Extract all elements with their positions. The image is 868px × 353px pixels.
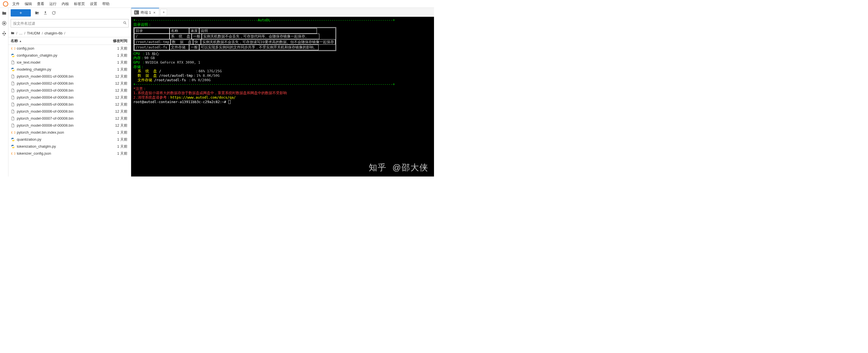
breadcrumb-seg[interactable]: …	[19, 31, 23, 35]
sort-asc-icon[interactable]: ▲	[19, 39, 22, 42]
breadcrumb-seg[interactable]: chatglm-6b	[44, 31, 62, 35]
watermark: 知乎 @邵大侠	[369, 162, 428, 173]
menu-item[interactable]: 标签页	[72, 0, 87, 7]
file-browser-sidebar: / … / THUDM / chatglm-6b / 名称 ▲ 修改时间 { }…	[8, 8, 131, 176]
folder-icon[interactable]	[11, 31, 14, 35]
file-modified: 12 天前	[98, 95, 129, 100]
breadcrumb-sep: /	[64, 31, 65, 35]
tab-bar: $_ 终端 1 × +	[131, 8, 434, 17]
file-modified: 1 天前	[98, 151, 129, 156]
extensions-icon[interactable]	[2, 31, 7, 36]
file-name: config.json	[17, 46, 98, 51]
menu-item[interactable]: 运行	[47, 0, 59, 7]
file-modified: 12 天前	[98, 116, 129, 121]
file-modified: 1 天前	[98, 60, 129, 65]
menu-item[interactable]: 编辑	[23, 0, 34, 7]
upload-icon[interactable]	[43, 11, 48, 15]
file-row[interactable]: { }config.json1 天前	[8, 45, 131, 52]
file-row[interactable]: ice_text.model1 天前	[8, 59, 131, 66]
file-name: pytorch_model-00006-of-00008.bin	[17, 109, 98, 114]
file-name: modeling_chatglm.py	[17, 67, 98, 71]
breadcrumb-sep: /	[24, 31, 26, 35]
folder-icon[interactable]	[2, 11, 7, 16]
search-icon	[123, 21, 127, 25]
breadcrumb: / … / THUDM / chatglm-6b /	[8, 29, 131, 37]
file-name: pytorch_model-00007-of-00008.bin	[17, 116, 98, 121]
file-name: tokenization_chatglm.py	[17, 144, 98, 149]
new-launcher-button[interactable]	[11, 9, 31, 17]
new-folder-icon[interactable]	[35, 11, 39, 15]
file-modified: 1 天前	[98, 137, 129, 142]
svg-point-3	[124, 22, 126, 24]
file-row[interactable]: pytorch_model-00002-of-00008.bin12 天前	[8, 80, 131, 87]
breadcrumb-sep: /	[16, 31, 18, 35]
file-modified: 12 天前	[98, 88, 129, 93]
file-list-header: 名称 ▲ 修改时间	[8, 37, 131, 45]
menu-item[interactable]: 内核	[59, 0, 71, 7]
file-name: tokenizer_config.json	[17, 151, 98, 156]
file-name: pytorch_model.bin.index.json	[17, 130, 98, 134]
running-icon[interactable]	[2, 21, 7, 26]
header-modified[interactable]: 修改时间	[100, 38, 131, 43]
menu-item[interactable]: 查看	[35, 0, 46, 7]
menu-item[interactable]: 文件	[10, 0, 22, 7]
file-row[interactable]: pytorch_model-00001-of-00008.bin12 天前	[8, 73, 131, 80]
file-modified: 1 天前	[98, 46, 129, 51]
jupyter-logo-icon	[3, 1, 8, 7]
file-name: ice_text.model	[17, 60, 98, 64]
svg-point-0	[3, 1, 8, 6]
file-name: configuration_chatglm.py	[17, 53, 98, 58]
file-name: pytorch_model-00008-of-00008.bin	[17, 123, 98, 127]
file-row[interactable]: pytorch_model-00003-of-00008.bin12 天前	[8, 87, 131, 94]
menu-item[interactable]: 设置	[88, 0, 99, 7]
close-icon[interactable]: ×	[153, 10, 156, 15]
file-row[interactable]: pytorch_model-00007-of-00008.bin12 天前	[8, 115, 131, 122]
file-modified: 1 天前	[98, 53, 129, 58]
file-modified: 1 天前	[98, 130, 129, 135]
refresh-icon[interactable]	[52, 11, 56, 15]
file-name: quantization.py	[17, 137, 98, 141]
file-row[interactable]: modeling_chatglm.py1 天前	[8, 66, 131, 73]
terminal-output[interactable]: +---------------------------------------…	[131, 17, 434, 176]
filter-input[interactable]	[11, 19, 129, 28]
file-modified: 1 天前	[98, 144, 129, 149]
breadcrumb-sep: /	[42, 31, 43, 35]
file-row[interactable]: { }tokenizer_config.json1 天前	[8, 150, 131, 157]
menu-item[interactable]: 帮助	[100, 0, 112, 7]
add-tab-button[interactable]: +	[160, 9, 167, 16]
file-row[interactable]: pytorch_model-00006-of-00008.bin12 天前	[8, 108, 131, 115]
file-name: pytorch_model-00005-of-00008.bin	[17, 102, 98, 106]
svg-text:{ }: { }	[11, 47, 15, 50]
file-modified: 12 天前	[98, 109, 129, 114]
file-name: pytorch_model-00001-of-00008.bin	[17, 74, 98, 78]
file-row[interactable]: configuration_chatglm.py1 天前	[8, 52, 131, 59]
file-row[interactable]: pytorch_model-00005-of-00008.bin12 天前	[8, 101, 131, 108]
svg-text:{ }: { }	[11, 152, 15, 155]
file-name: pytorch_model-00004-of-00008.bin	[17, 95, 98, 99]
file-row[interactable]: pytorch_model-00004-of-00008.bin12 天前	[8, 94, 131, 101]
breadcrumb-seg[interactable]: THUDM	[27, 31, 40, 35]
tab-terminal[interactable]: $_ 终端 1 ×	[131, 8, 159, 17]
file-list: { }config.json1 天前configuration_chatglm.…	[8, 45, 131, 176]
file-row[interactable]: { }pytorch_model.bin.index.json1 天前	[8, 129, 131, 136]
file-modified: 12 天前	[98, 74, 129, 79]
file-modified: 1 天前	[98, 67, 129, 72]
svg-text:{ }: { }	[11, 131, 15, 134]
terminal-icon: $_	[134, 10, 139, 14]
file-name: pytorch_model-00002-of-00008.bin	[17, 81, 98, 86]
svg-point-2	[3, 23, 5, 24]
file-modified: 12 天前	[98, 102, 129, 107]
file-modified: 12 天前	[98, 123, 129, 128]
top-menu-bar: 文件编辑查看运行内核标签页设置帮助	[0, 0, 434, 8]
file-modified: 12 天前	[98, 81, 129, 86]
file-row[interactable]: quantization.py1 天前	[8, 136, 131, 143]
file-name: pytorch_model-00003-of-00008.bin	[17, 88, 98, 92]
tab-title: 终端 1	[141, 10, 151, 15]
activity-bar	[0, 8, 8, 176]
header-name[interactable]: 名称	[11, 38, 18, 43]
file-row[interactable]: pytorch_model-00008-of-00008.bin12 天前	[8, 122, 131, 129]
file-row[interactable]: tokenization_chatglm.py1 天前	[8, 143, 131, 150]
